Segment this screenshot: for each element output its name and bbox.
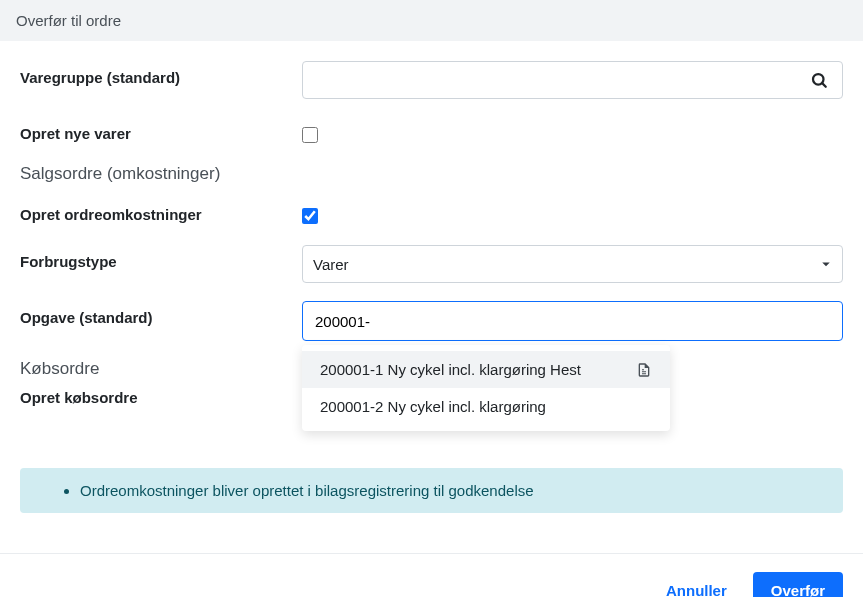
- opret-ordreomkostninger-wrap: [302, 198, 843, 227]
- suggestion-label: 200001-2 Ny cykel incl. klargøring: [320, 398, 652, 415]
- label-opgave: Opgave (standard): [20, 301, 302, 326]
- opgave-suggestions-dropdown: 200001-1 Ny cykel incl. klargøring Hest …: [302, 345, 670, 431]
- suggestion-item[interactable]: 200001-2 Ny cykel incl. klargøring: [302, 388, 670, 425]
- row-opret-nye-varer: Opret nye varer: [20, 117, 843, 146]
- svg-line-1: [822, 83, 826, 87]
- opret-nye-varer-wrap: [302, 117, 843, 146]
- varegruppe-search-field[interactable]: [302, 61, 843, 99]
- opret-ordreomkostninger-checkbox[interactable]: [302, 208, 318, 224]
- modal-header: Overfør til ordre: [0, 0, 863, 41]
- modal-title: Overfør til ordre: [16, 12, 121, 29]
- row-forbrugstype: Forbrugstype Varer: [20, 245, 843, 283]
- modal-footer: Annuller Overfør: [0, 553, 863, 597]
- opret-nye-varer-checkbox[interactable]: [302, 127, 318, 143]
- info-banner: Ordreomkostninger bliver oprettet i bila…: [20, 468, 843, 513]
- label-opret-nye-varer: Opret nye varer: [20, 117, 302, 142]
- label-varegruppe: Varegruppe (standard): [20, 61, 302, 86]
- search-icon: [810, 71, 828, 89]
- label-opret-ordreomkostninger: Opret ordreomkostninger: [20, 198, 302, 223]
- label-opret-kobsordre: Opret købsordre: [20, 389, 302, 406]
- row-opgave: Opgave (standard) 200001-1 Ny cykel incl…: [20, 301, 843, 341]
- opgave-wrap: 200001-1 Ny cykel incl. klargøring Hest …: [302, 301, 843, 341]
- row-varegruppe: Varegruppe (standard): [20, 61, 843, 99]
- section-salgsordre-title: Salgsordre (omkostninger): [20, 164, 843, 184]
- row-opret-ordreomkostninger: Opret ordreomkostninger: [20, 198, 843, 227]
- varegruppe-input[interactable]: [313, 62, 806, 98]
- submit-button[interactable]: Overfør: [753, 572, 843, 597]
- varegruppe-field-wrap: [302, 61, 843, 99]
- opgave-input[interactable]: [302, 301, 843, 341]
- forbrugstype-select[interactable]: Varer: [302, 245, 843, 283]
- varegruppe-search-button[interactable]: [806, 67, 832, 93]
- modal-body: Varegruppe (standard) Opret nye varer Sa…: [0, 41, 863, 523]
- suggestion-label: 200001-1 Ny cykel incl. klargøring Hest: [320, 361, 628, 378]
- document-icon: [636, 362, 652, 378]
- suggestion-item[interactable]: 200001-1 Ny cykel incl. klargøring Hest: [302, 351, 670, 388]
- cancel-button[interactable]: Annuller: [654, 574, 739, 597]
- label-forbrugstype: Forbrugstype: [20, 245, 302, 270]
- forbrugstype-wrap: Varer: [302, 245, 843, 283]
- info-message: Ordreomkostninger bliver oprettet i bila…: [80, 482, 534, 499]
